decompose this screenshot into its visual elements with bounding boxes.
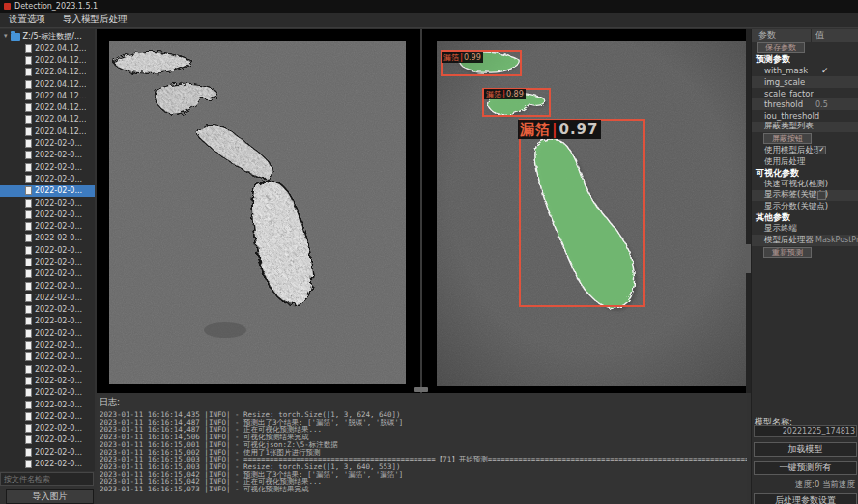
file-icon bbox=[25, 305, 32, 314]
tree-file-label: 2022-02-0... bbox=[35, 246, 82, 255]
param-row[interactable]: threshold0.5 bbox=[752, 98, 858, 110]
tree-file-item[interactable]: 2022-02-0... bbox=[0, 387, 95, 399]
tree-file-item[interactable]: 2022-02-0... bbox=[0, 304, 95, 316]
tree-file-item[interactable]: 2022-02-0... bbox=[0, 423, 95, 434]
tree-file-item[interactable]: 2022.04.12... bbox=[0, 78, 95, 90]
tree-file-item[interactable]: 2022-02-0... bbox=[0, 446, 95, 458]
tree-file-item[interactable]: 2022-02-0... bbox=[0, 351, 95, 363]
param-button[interactable]: 保存参数 bbox=[757, 42, 805, 53]
param-value: MaskPostPro bbox=[815, 236, 858, 244]
tree-file-item[interactable]: 2022-02-0... bbox=[0, 434, 95, 446]
tree-file-item[interactable]: 2022.04.12... bbox=[0, 126, 95, 137]
file-icon bbox=[25, 68, 32, 76]
tree-file-item[interactable]: 2022-02-0... bbox=[0, 399, 95, 410]
tree-file-label: 2022-02-0... bbox=[35, 317, 82, 325]
tree-file-item[interactable]: 2022-02-0... bbox=[0, 339, 95, 350]
param-row[interactable]: 模型后处理器MaskPostPro bbox=[752, 235, 858, 246]
tree-file-item[interactable]: 2022-02-0... bbox=[0, 280, 95, 292]
param-label: threshold bbox=[752, 99, 803, 109]
tree-file-item[interactable]: 2022-02-0... bbox=[0, 375, 95, 386]
tree-file-item[interactable]: 2022-02-0... bbox=[0, 233, 95, 244]
tree-file-item[interactable]: 2022-02-0... bbox=[0, 363, 95, 375]
search-input[interactable] bbox=[0, 472, 94, 486]
tree-file-item[interactable]: 2022-02-0 bbox=[0, 470, 95, 471]
import-images-button[interactable]: 导入图片 bbox=[6, 489, 94, 504]
param-row[interactable]: iou_threshold bbox=[752, 110, 858, 122]
tree-file-label: 2022-02-0... bbox=[35, 424, 82, 433]
menu-item-1[interactable]: 导入模型后处理 bbox=[54, 14, 136, 26]
tree-file-item[interactable]: 2022-02-0... bbox=[0, 316, 95, 327]
checkbox-checked[interactable]: ✓ bbox=[817, 146, 826, 154]
tree-file-item[interactable]: 2022-02-0... bbox=[0, 209, 95, 220]
param-row[interactable]: img_scale bbox=[752, 76, 858, 88]
param-row[interactable]: 快速可视化(检测) bbox=[752, 179, 858, 190]
tree-file-item[interactable]: 2022.04.12... bbox=[0, 67, 95, 78]
file-icon bbox=[25, 80, 32, 89]
file-icon bbox=[25, 103, 32, 112]
tree-file-item[interactable]: 2022.04.12... bbox=[0, 114, 95, 126]
param-section-header[interactable]: 预测参数 bbox=[752, 54, 858, 66]
predict-all-button[interactable]: 一键预测所有 bbox=[754, 461, 857, 475]
tree-root-node[interactable]: ▾ Z:/5-标注数据/... bbox=[0, 29, 95, 42]
param-row[interactable]: 显示标签(关键点) bbox=[752, 190, 858, 202]
tree-file-label: 2022-02-0... bbox=[35, 199, 82, 208]
checkbox-empty[interactable] bbox=[817, 191, 826, 200]
model-name-field[interactable]: 20221225_174813 bbox=[754, 425, 857, 437]
param-row[interactable]: 使用后处理 bbox=[752, 156, 858, 168]
value-column-header: 值 bbox=[812, 29, 824, 42]
param-row[interactable]: 显示终端 bbox=[752, 223, 858, 235]
param-row[interactable]: scale_factor bbox=[752, 88, 858, 99]
tree-file-item[interactable]: 2022-02-0... bbox=[0, 185, 95, 197]
splitter-handle[interactable] bbox=[414, 387, 428, 392]
original-image bbox=[109, 41, 406, 384]
detection-box bbox=[519, 119, 645, 307]
tree-file-item[interactable]: 2022-02-0... bbox=[0, 244, 95, 256]
menu-item-0[interactable]: 设置选项 bbox=[0, 14, 54, 26]
tree-file-item[interactable]: 2022-02-0... bbox=[0, 256, 95, 267]
tree-file-item[interactable]: 2022-02-0... bbox=[0, 173, 95, 184]
tree-file-item[interactable]: 2022.04.12... bbox=[0, 90, 95, 101]
tree-file-item[interactable]: 2022-02-0... bbox=[0, 197, 95, 209]
file-icon bbox=[25, 186, 32, 195]
tree-file-item[interactable]: 2022-02-0... bbox=[0, 220, 95, 232]
tree-file-item[interactable]: 2022-02-0... bbox=[0, 268, 95, 280]
param-button[interactable]: 重新预测 bbox=[763, 247, 812, 258]
log-line: 2023-01-11 16:16:15,003 |INFO| - Resize:… bbox=[97, 463, 747, 471]
tree-file-item[interactable]: 2022-02-0... bbox=[0, 161, 95, 173]
tree-file-item[interactable]: 2022.04.12... bbox=[0, 54, 95, 66]
param-rows: 保存参数预测参数with_mask✓img_scalescale_factort… bbox=[752, 42, 858, 259]
tree-file-item[interactable]: 2022.04.12... bbox=[0, 42, 95, 54]
param-section-header[interactable]: 其他参数 bbox=[752, 212, 858, 224]
tree-file-label: 2022-02-0... bbox=[35, 163, 82, 172]
file-icon bbox=[25, 341, 32, 350]
post-process-settings-button[interactable]: 后处理参数设置 bbox=[754, 493, 857, 504]
tree-file-label: 2022-02-0... bbox=[35, 352, 82, 361]
log-line: 2023-01-11 16:16:15,042 |INFO| - 预测出了3个结… bbox=[97, 471, 747, 479]
param-row[interactable]: 显示分数(关键点) bbox=[752, 201, 858, 212]
tree-file-item[interactable]: 2022.04.12... bbox=[0, 101, 95, 113]
tree-file-label: 2022.04.12... bbox=[35, 80, 86, 89]
tree-file-label: 2022-02-0... bbox=[35, 282, 82, 291]
tree-file-item[interactable]: 2022-02-0... bbox=[0, 292, 95, 303]
file-tree-panel: ▾ Z:/5-标注数据/... 2022.04.12...2022.04.12.… bbox=[0, 29, 95, 471]
tree-file-item[interactable]: 2022-02-0... bbox=[0, 410, 95, 422]
log-line: 2023-01-11 16:16:15,002 |INFO| - 使用了1张图片… bbox=[97, 449, 747, 457]
file-icon bbox=[25, 435, 32, 444]
tree-file-item[interactable]: 2022-02-0... bbox=[0, 327, 95, 339]
tree-file-item[interactable]: 2022-02-0... bbox=[0, 137, 95, 149]
param-row[interactable]: 使用模型后处理✓ bbox=[752, 145, 858, 156]
load-model-button[interactable]: 加载模型 bbox=[754, 442, 857, 457]
param-button[interactable]: 屏蔽按钮 bbox=[763, 133, 812, 144]
tree-file-item[interactable]: 2022-02-0... bbox=[0, 458, 95, 469]
file-icon bbox=[25, 412, 32, 421]
tree-file-label: 2022.04.12... bbox=[35, 68, 86, 76]
param-section-header[interactable]: 可视化参数 bbox=[752, 167, 858, 179]
param-row[interactable]: 屏蔽类型列表 bbox=[752, 122, 858, 133]
param-row[interactable]: with_mask✓ bbox=[752, 66, 858, 77]
param-button-row: 重新预测 bbox=[752, 246, 858, 259]
speed-status: 速度:0 当前速度 bbox=[795, 479, 855, 490]
label-divider: | bbox=[502, 90, 505, 98]
tree-file-label: 2022.04.12... bbox=[35, 103, 86, 112]
chevron-down-icon[interactable]: ▾ bbox=[4, 32, 8, 40]
tree-file-item[interactable]: 2022-02-0... bbox=[0, 150, 95, 161]
